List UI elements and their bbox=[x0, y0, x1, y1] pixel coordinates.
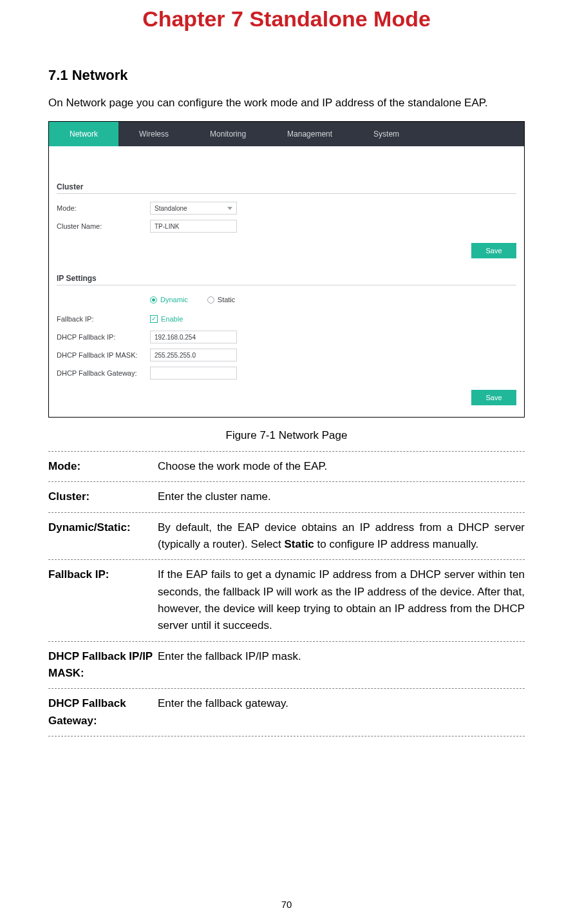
figure-caption: Figure 7-1 Network Page bbox=[48, 418, 525, 451]
fallback-ip-label: Fallback IP: bbox=[57, 315, 150, 323]
definition-desc: Choose the work mode of the EAP. bbox=[158, 458, 525, 475]
tab-system[interactable]: System bbox=[353, 122, 420, 146]
mode-value: Standalone bbox=[155, 205, 187, 212]
save-button[interactable]: Save bbox=[471, 390, 516, 405]
radio-icon bbox=[207, 296, 214, 303]
fallback-enable-checkbox[interactable]: ✓ Enable bbox=[150, 315, 183, 323]
tab-wireless[interactable]: Wireless bbox=[118, 122, 189, 146]
definition-row: Mode: Choose the work mode of the EAP. bbox=[48, 451, 525, 481]
definition-desc: Enter the fallback gateway. bbox=[158, 695, 525, 729]
dhcp-fallback-ip-value: 192.168.0.254 bbox=[155, 334, 196, 341]
divider bbox=[57, 285, 516, 285]
definition-row: Fallback IP: If the EAP fails to get a d… bbox=[48, 559, 525, 640]
dhcp-fallback-ip-label: DHCP Fallback IP: bbox=[57, 333, 150, 341]
mode-label: Mode: bbox=[57, 204, 150, 212]
nav-bar: Network Wireless Monitoring Management S… bbox=[49, 122, 524, 146]
definition-row: Cluster: Enter the cluster name. bbox=[48, 481, 525, 512]
definition-desc: If the EAP fails to get a dynamic IP add… bbox=[158, 566, 525, 634]
definition-term: Fallback IP: bbox=[48, 566, 158, 634]
chapter-title: Chapter 7 Standalone Mode bbox=[48, 0, 525, 67]
radio-static-label: Static bbox=[218, 296, 236, 303]
definition-desc: By default, the EAP device obtains an IP… bbox=[158, 519, 525, 553]
definition-term: DHCP Fallback IP/IP MASK: bbox=[48, 648, 158, 682]
radio-dynamic-label: Dynamic bbox=[160, 296, 188, 303]
cluster-name-label: Cluster Name: bbox=[57, 222, 150, 230]
definition-term: Mode: bbox=[48, 458, 158, 475]
definition-row: DHCP Fallback Gateway: Enter the fallbac… bbox=[48, 688, 525, 736]
definition-desc: Enter the fallback IP/IP mask. bbox=[158, 648, 525, 682]
screenshot-box: Network Wireless Monitoring Management S… bbox=[48, 121, 525, 418]
page-number: 70 bbox=[0, 899, 573, 910]
tab-network[interactable]: Network bbox=[49, 122, 118, 146]
divider bbox=[57, 193, 516, 194]
tab-management[interactable]: Management bbox=[267, 122, 353, 146]
definition-term: Cluster: bbox=[48, 488, 158, 505]
intro-paragraph: On Network page you can configure the wo… bbox=[48, 97, 525, 121]
ip-settings-panel: IP Settings Dynamic Static Fallback IP: … bbox=[49, 270, 524, 417]
dhcp-fallback-gw-label: DHCP Fallback Gateway: bbox=[57, 369, 150, 377]
fallback-enable-label: Enable bbox=[161, 315, 183, 323]
definition-row: DHCP Fallback IP/IP MASK: Enter the fall… bbox=[48, 641, 525, 689]
tab-monitoring[interactable]: Monitoring bbox=[189, 122, 267, 146]
definition-term: DHCP Fallback Gateway: bbox=[48, 695, 158, 729]
dhcp-fallback-gw-input[interactable] bbox=[150, 367, 237, 380]
definition-desc: Enter the cluster name. bbox=[158, 488, 525, 505]
checkbox-icon: ✓ bbox=[150, 315, 158, 323]
dhcp-fallback-mask-label: DHCP Fallback IP MASK: bbox=[57, 351, 150, 359]
definition-term: Dynamic/Static: bbox=[48, 519, 158, 553]
cluster-panel-title: Cluster bbox=[57, 178, 516, 193]
cluster-panel: Cluster Mode: Standalone Cluster Name: T… bbox=[49, 178, 524, 270]
radio-static[interactable]: Static bbox=[207, 296, 236, 303]
chevron-down-icon bbox=[227, 207, 232, 210]
cluster-name-input[interactable]: TP-LINK bbox=[150, 220, 237, 233]
dhcp-fallback-ip-input[interactable]: 192.168.0.254 bbox=[150, 331, 237, 343]
section-heading: 7.1 Network bbox=[48, 67, 525, 97]
ip-settings-title: IP Settings bbox=[57, 270, 516, 285]
mode-select[interactable]: Standalone bbox=[150, 202, 237, 215]
save-button[interactable]: Save bbox=[471, 243, 516, 258]
radio-dynamic[interactable]: Dynamic bbox=[150, 296, 188, 303]
dhcp-fallback-mask-input[interactable]: 255.255.255.0 bbox=[150, 349, 237, 361]
dhcp-fallback-mask-value: 255.255.255.0 bbox=[155, 352, 196, 359]
cluster-name-value: TP-LINK bbox=[155, 223, 179, 230]
definition-row: Dynamic/Static: By default, the EAP devi… bbox=[48, 512, 525, 560]
radio-icon bbox=[150, 296, 157, 303]
